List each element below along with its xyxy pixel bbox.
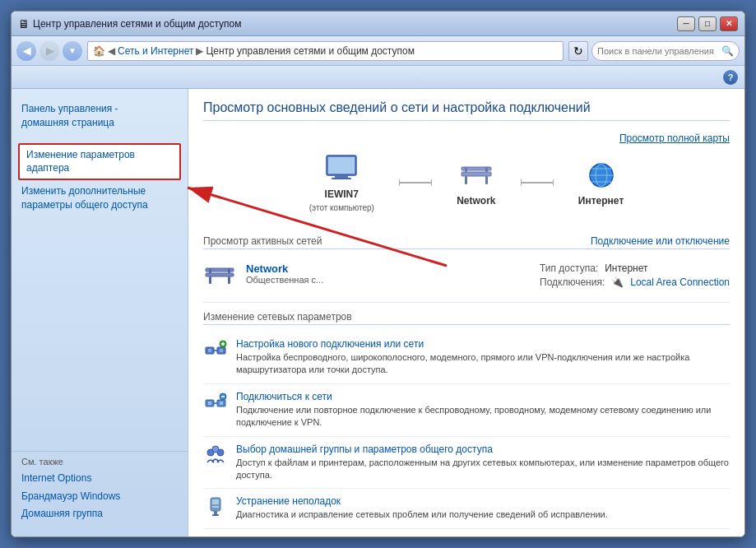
active-network-info: Network Общественная с... (246, 262, 530, 285)
connection-icon: 🔌 (611, 276, 624, 288)
homegroup-icon (203, 444, 228, 467)
svg-rect-24 (208, 349, 211, 352)
connections-row: Подключения: 🔌 Local Area Connection (540, 276, 730, 288)
svg-rect-3 (332, 178, 351, 179)
troubleshoot-desc: Диагностика и исправление сетевых пробле… (236, 509, 608, 519)
network-access-info: Тип доступа: Интернет Подключения: 🔌 Loc… (540, 262, 730, 290)
local-area-connection-link[interactable]: Local Area Connection (630, 276, 730, 288)
network-map-section: Просмотр полной карты (203, 132, 730, 225)
search-input[interactable] (597, 46, 718, 56)
svg-rect-6 (465, 176, 467, 184)
help-button[interactable]: ? (723, 70, 738, 85)
dropdown-button[interactable]: ▼ (63, 41, 82, 61)
title-bar: 🖥 Центр управления сетями и общим доступ… (12, 12, 744, 36)
svg-rect-8 (465, 167, 467, 172)
svg-rect-33 (220, 402, 223, 405)
sidebar-link-firewall[interactable]: Брандмауэр Windows (21, 488, 178, 506)
sidebar-home-link[interactable]: Панель управления - домашняя страница (21, 103, 118, 128)
svg-rect-4 (461, 172, 491, 176)
bench-icon (457, 159, 496, 192)
content-area: Просмотр основных сведений о сети и наст… (188, 89, 744, 536)
page-title: Просмотр основных сведений о сети и наст… (203, 100, 730, 121)
troubleshoot-icon (203, 495, 228, 518)
svg-rect-1 (328, 157, 355, 174)
svg-rect-40 (212, 499, 219, 504)
active-network-icon (203, 262, 236, 290)
window-title: Центр управления сетями и общим доступом (33, 18, 242, 30)
connect-disconnect-link[interactable]: Подключение или отключение (591, 235, 730, 247)
svg-rect-25 (220, 349, 223, 352)
access-type-row: Тип доступа: Интернет (540, 262, 730, 274)
network-node-internet: Интернет (578, 159, 624, 207)
connect-network-desc: Подключение или повторное подключение к … (236, 405, 711, 427)
svg-rect-9 (485, 167, 488, 172)
back-button[interactable]: ◀ (16, 41, 36, 61)
close-button[interactable]: ✕ (720, 16, 738, 31)
homegroup-link[interactable]: Выбор домашней группы и параметров общег… (236, 444, 730, 455)
svg-rect-41 (212, 506, 219, 508)
search-submit-button[interactable]: 🔍 (721, 45, 734, 57)
sidebar-link-homegroup[interactable]: Домашняя группа (21, 505, 178, 523)
new-connection-desc: Настройка беспроводного, широкополосного… (236, 352, 689, 374)
svg-point-38 (212, 446, 219, 453)
help-area: ? (12, 66, 744, 89)
connect-network-text: Подключиться к сети Подключение или повт… (236, 391, 730, 430)
forward-button[interactable]: ▶ (39, 41, 59, 61)
breadcrumb: 🏠 ◀ Сеть и Интернет ▶ Центр управления с… (87, 41, 564, 61)
network-node-network: Network (457, 159, 496, 207)
network-line-1 (399, 182, 432, 183)
troubleshoot-text: Устранение неполадок Диагностика и испра… (236, 495, 730, 521)
settings-item-new-connection: Настройка нового подключения или сети На… (203, 332, 730, 384)
maximize-button[interactable]: □ (698, 16, 717, 31)
homegroup-desc: Доступ к файлам и принтерам, расположенн… (236, 457, 729, 480)
breadcrumb-level2: Центр управления сетями и общим доступом (206, 45, 415, 57)
settings-item-troubleshoot: Устранение неполадок Диагностика и испра… (203, 489, 730, 528)
sidebar-also: См. также Internet Options Брандмауэр Wi… (12, 451, 188, 528)
network-diagram: IEWIN7 (этот компьютер) (203, 144, 730, 225)
sidebar-item-change-sharing[interactable]: Изменить дополнительные параметры общего… (12, 182, 188, 215)
breadcrumb-icon: 🏠 (93, 45, 105, 57)
svg-rect-32 (208, 402, 211, 405)
network-node-computer: IEWIN7 (этот компьютер) (309, 152, 374, 212)
globe-icon (582, 159, 621, 192)
sidebar-link-internet-options[interactable]: Internet Options (21, 470, 178, 488)
active-networks-header: Просмотр активных сетей Подключение или … (203, 235, 730, 249)
navigation-bar: ◀ ▶ ▼ 🏠 ◀ Сеть и Интернет ▶ Центр управл… (12, 36, 744, 66)
window-controls: ─ □ ✕ (677, 16, 738, 31)
svg-rect-18 (228, 276, 230, 284)
sidebar-also-title: См. также (21, 457, 178, 467)
svg-rect-7 (485, 176, 488, 184)
homegroup-text: Выбор домашней группы и параметров общег… (236, 444, 730, 482)
breadcrumb-level1[interactable]: Сеть и Интернет (118, 45, 193, 57)
svg-rect-43 (212, 514, 219, 516)
network-line-2 (521, 182, 554, 183)
refresh-button[interactable]: ↻ (568, 41, 588, 61)
connect-network-link[interactable]: Подключиться к сети (236, 391, 730, 402)
new-connection-text: Настройка нового подключения или сети На… (236, 338, 730, 377)
minimize-button[interactable]: ─ (677, 16, 695, 31)
settings-item-connect-network: Подключиться к сети Подключение или повт… (203, 384, 730, 437)
troubleshoot-link[interactable]: Устранение неполадок (236, 495, 730, 507)
sidebar: Панель управления - домашняя страница Из… (12, 89, 188, 536)
main-content: Панель управления - домашняя страница Из… (12, 89, 744, 536)
search-bar: 🔍 (591, 41, 740, 61)
svg-rect-15 (206, 273, 234, 276)
svg-rect-20 (228, 268, 230, 273)
connect-network-icon (203, 391, 228, 414)
change-settings-header: Изменение сетевых параметров (203, 311, 730, 325)
change-settings-section: Изменение сетевых параметров (203, 311, 730, 529)
settings-item-homegroup: Выбор домашней группы и параметров общег… (203, 437, 730, 490)
view-full-map-link[interactable]: Просмотр полной карты (619, 132, 730, 144)
svg-rect-17 (209, 276, 211, 284)
sidebar-item-change-adapter[interactable]: Изменение параметров адаптера (18, 143, 181, 181)
network-name-link[interactable]: Network (246, 262, 530, 275)
svg-rect-19 (209, 268, 211, 273)
svg-rect-42 (214, 511, 217, 514)
new-connection-icon (203, 338, 228, 361)
sidebar-home: Панель управления - домашняя страница (12, 97, 188, 135)
active-network-row: Network Общественная с... Тип доступа: И… (203, 256, 730, 303)
svg-rect-2 (335, 175, 348, 178)
new-connection-link[interactable]: Настройка нового подключения или сети (236, 338, 730, 350)
network-type: Общественная с... (246, 275, 530, 285)
computer-icon (322, 152, 361, 185)
